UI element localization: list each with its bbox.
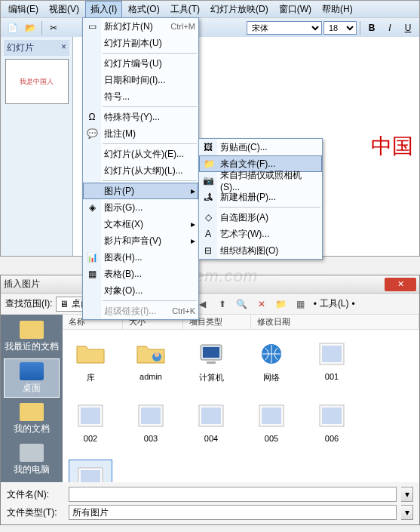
filetype-dropdown[interactable]: ▾ [401,505,413,520]
insert-menu-item[interactable]: 对象(O)... [83,282,198,299]
insert-menu-item[interactable]: 💬批注(M) [83,125,198,142]
place-recent[interactable]: 我最近的文档 [4,318,60,357]
file-item[interactable]: admin [129,336,173,395]
tools-menu-button[interactable]: 工具(L) [320,297,349,310]
insert-menu-item[interactable]: 📊图表(H)... [83,249,198,266]
file-item[interactable]: 004 [189,398,233,457]
font-size-select[interactable]: 18 [323,21,357,35]
file-item[interactable]: 库 [69,336,112,395]
file-item[interactable]: 计算机 [189,336,233,395]
filename-dropdown[interactable]: ▾ [401,487,413,502]
desktop-icon: 🖥 [60,299,69,309]
picture-submenu-item[interactable]: ◇自选图形(A) [199,209,322,226]
toolbar-button[interactable]: ✂ [45,20,62,36]
file-item[interactable]: 001 [310,336,354,395]
italic-button[interactable]: I [382,20,398,36]
filename-input[interactable] [69,487,397,502]
computer-icon [20,444,44,462]
svg-rect-7 [322,346,342,362]
views-button[interactable]: ▦ [293,296,309,312]
menu-item-label: 幻灯片(从大纲)(L)... [104,165,195,177]
comment-icon: 💬 [86,128,98,140]
file-item[interactable]: 005 [250,398,293,457]
toolbar-button[interactable]: 📂 [22,20,38,36]
delete-button[interactable]: ✕ [253,296,270,312]
submenu-arrow-icon: ▸ [191,235,195,246]
insert-menu-item[interactable]: 幻灯片副本(U) [83,35,198,51]
insert-menu-item[interactable]: ◈图示(G)... [83,199,198,216]
picture-submenu-item[interactable]: 📷来自扫描仪或照相机(S)... [199,172,322,189]
picture-submenu-item[interactable]: A艺术字(W)... [199,226,322,242]
insert-menu-item[interactable]: Ω特殊符号(Y)... [83,109,198,125]
place-desktop[interactable]: 桌面 [4,358,60,398]
blank-icon [86,305,98,317]
filename-label: 文件名(N): [7,488,64,501]
insert-menu-item[interactable]: 符号... [83,88,198,105]
menu-edit[interactable]: 编辑(E) [4,2,43,17]
slide-text: 中国 [371,132,413,161]
insert-menu-item[interactable]: 超级链接(I)...Ctrl+K [83,303,198,319]
menu-item-label: 幻灯片编号(U) [104,57,195,70]
insert-menu-item[interactable]: 文本框(X)▸ [83,216,198,232]
file-item[interactable]: 003 [129,398,173,457]
menu-insert[interactable]: 插入(I) [85,1,122,18]
picture-submenu-item[interactable]: 🏞新建相册(P)... [199,189,322,205]
place-computer[interactable]: 我的电脑 [4,440,60,479]
menu-help[interactable]: 帮助(H) [317,2,357,17]
insert-menu-item[interactable]: 日期和时间(I)... [83,72,198,88]
insert-menu-item[interactable]: ▭新幻灯片(N)Ctrl+M [83,18,198,35]
insert-menu-item[interactable]: 图片(P)▸ [83,183,198,199]
file-grid[interactable]: 库admin计算机网络00100200300400500611 [63,330,419,482]
menu-item-label: 批注(M) [104,128,195,140]
menu-item-label: 自选图形(A) [220,211,319,224]
menu-tools[interactable]: 工具(T) [166,2,204,17]
insert-menu-item[interactable]: 幻灯片编号(U) [83,55,198,72]
picture-submenu-item[interactable]: ⊟组织结构图(O) [199,242,322,259]
file-name: 002 [84,434,97,443]
font-name-select[interactable]: 宋体 [247,21,322,35]
insert-menu-item[interactable]: 幻灯片(从文件)(E)... [83,146,198,162]
image-icon [74,399,107,432]
toolbar-button[interactable]: 📄 [4,20,20,36]
col-date[interactable]: 修改日期 [251,315,419,329]
place-docs[interactable]: 我的文档 [4,399,60,438]
file-item[interactable]: 网络 [250,336,293,395]
insert-menu-dropdown: ▭新幻灯片(N)Ctrl+M幻灯片副本(U)幻灯片编号(U)日期和时间(I)..… [82,17,199,320]
insert-menu-item[interactable]: 影片和声音(V)▸ [83,232,198,249]
picture-submenu-item[interactable]: 🖼剪贴画(C)... [199,139,322,155]
menu-slideshow[interactable]: 幻灯片放映(D) [206,2,273,17]
close-button[interactable]: ✕ [385,278,416,291]
insert-menu-item[interactable]: 幻灯片(从大纲)(L)... [83,162,198,179]
bold-button[interactable]: B [363,20,380,36]
svg-rect-15 [262,407,281,424]
new-folder-button[interactable]: 📁 [273,296,290,312]
toolbar: 📄 📂 ✂ 宋体 18 B I U [1,17,419,37]
menu-window[interactable]: 窗口(W) [274,2,316,17]
symbol-icon: Ω [86,111,98,123]
menu-view[interactable]: 视图(V) [44,2,84,17]
menu-item-label: 对象(O)... [104,284,195,297]
image-icon [255,399,288,432]
insert-menu-item[interactable]: ▦表格(B)... [83,266,198,282]
underline-button[interactable]: U [400,20,416,36]
filetype-select[interactable]: 所有图片 [69,505,397,520]
blank-icon [87,185,99,197]
menu-format[interactable]: 格式(O) [124,2,164,17]
search-button[interactable]: 🔍 [234,296,250,312]
menu-item-label: 艺术字(W)... [220,228,319,241]
dialog-body: 我最近的文档桌面我的文档我的电脑 名称 大小 项目类型 修改日期 库admin计… [1,315,419,482]
slide-thumbnail[interactable]: 我是中国人 [5,59,69,104]
blank-icon [86,148,98,160]
menu-item-label: 图示(G)... [104,201,195,214]
file-item[interactable]: 006 [310,398,354,457]
menu-item-label: 剪贴画(C)... [220,141,319,154]
menu-item-label: 图片(P) [104,185,191,198]
dialog-titlebar: 插入图片 ✕ [1,275,419,294]
up-button[interactable]: ⬆ [214,296,231,312]
file-name: 004 [204,434,218,443]
file-item[interactable]: 002 [69,398,112,457]
file-item[interactable]: 11 [69,460,112,482]
recent-icon [20,321,44,339]
menu-item-label: 超级链接(I)... [104,305,166,318]
from-file-icon: 📁 [203,158,215,170]
